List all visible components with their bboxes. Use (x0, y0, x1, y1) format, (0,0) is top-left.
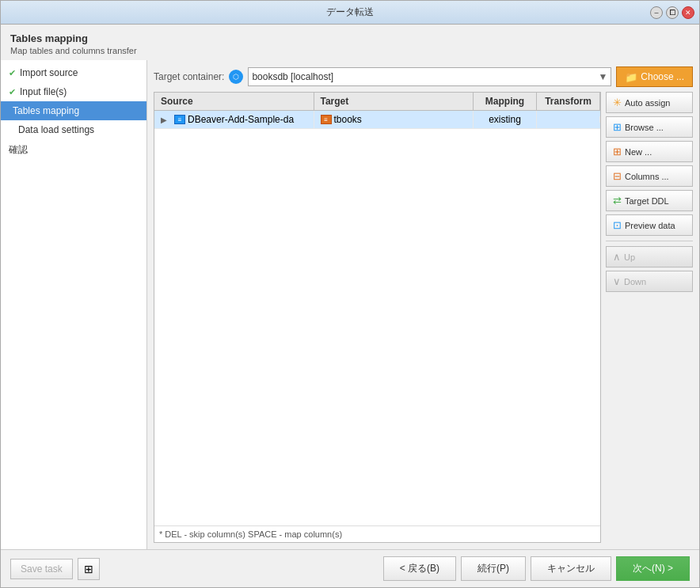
sidebar-item-input-files[interactable]: ✔ Input file(s) (1, 82, 146, 101)
minimize-button[interactable]: – (650, 6, 663, 19)
target-label: Target container: (154, 71, 224, 82)
col-header-target: Target (314, 93, 474, 110)
page-subtitle: Map tables and columns transfer (10, 46, 690, 55)
hint-text: * DEL - skip column(s) SPACE - map colum… (154, 525, 600, 542)
window-controls: – ⧠ ✕ (650, 6, 694, 19)
continue-label: 続行(P) (477, 563, 509, 574)
dropdown-arrow-icon: ▼ (598, 71, 607, 82)
sidebar-item-data-load-settings[interactable]: Data load settings (1, 120, 146, 139)
choose-label: Choose ... (641, 71, 684, 82)
star-icon: ✳ (613, 97, 622, 108)
preview-data-label: Preview data (625, 221, 675, 230)
database-icon: ⬡ (229, 70, 243, 84)
table-body: ▶ ≡ DBeaver-Add-Sample-da ≡ tbooks (154, 111, 600, 525)
browse-icon: ⊞ (613, 121, 622, 133)
table-row[interactable]: ▶ ≡ DBeaver-Add-Sample-da ≡ tbooks (154, 111, 600, 129)
check-icon: ✔ (9, 87, 16, 97)
columns-button[interactable]: ⊟ Columns ... (606, 165, 693, 187)
save-task-label: Save task (21, 563, 63, 575)
ddl-icon: ⇄ (613, 195, 622, 207)
source-table-icon: ≡ (174, 115, 185, 124)
layout-icon: ⊞ (84, 563, 93, 575)
restore-button[interactable]: ⧠ (666, 6, 679, 19)
target-bar: Target container: ⬡ booksdb [localhost] … (154, 66, 693, 87)
source-value: DBeaver-Add-Sample-da (188, 114, 294, 125)
col-header-mapping: Mapping (474, 93, 537, 110)
target-value: tbooks (334, 114, 362, 125)
bottom-right: < 戻る(B) 続行(P) キャンセル 次へ(N) > (383, 556, 690, 581)
choose-button[interactable]: 📁 Choose ... (616, 66, 693, 87)
mapping-area: Source Target Mapping Transform ▶ ≡ (154, 92, 693, 543)
up-icon: ∧ (613, 251, 621, 263)
target-select[interactable]: booksdb [localhost] ▼ (248, 67, 611, 86)
target-ddl-label: Target DDL (625, 196, 669, 206)
next-button[interactable]: 次へ(N) > (616, 556, 690, 581)
divider (606, 241, 693, 241)
browse-label: Browse ... (625, 123, 664, 132)
mapping-table-container: Source Target Mapping Transform ▶ ≡ (154, 92, 601, 543)
up-button[interactable]: ∧ Up (606, 246, 693, 267)
main-window: データ転送 – ⧠ ✕ Tables mapping Map tables an… (0, 0, 700, 588)
up-label: Up (624, 252, 635, 262)
sidebar-label: Import source (20, 67, 78, 78)
sidebar: ✔ Import source ✔ Input file(s) Tables m… (1, 60, 147, 549)
sidebar-item-import-source[interactable]: ✔ Import source (1, 63, 146, 82)
back-label: < 戻る(B) (400, 563, 439, 574)
target-table-icon: ≡ (321, 115, 332, 124)
cancel-button[interactable]: キャンセル (531, 556, 611, 581)
preview-icon: ⊡ (613, 219, 622, 231)
title-bar: データ転送 – ⧠ ✕ (1, 1, 699, 25)
main-area: ✔ Import source ✔ Input file(s) Tables m… (1, 60, 699, 549)
back-button[interactable]: < 戻る(B) (383, 556, 456, 581)
transform-cell (537, 116, 600, 123)
new-label: New ... (625, 147, 652, 157)
col-header-transform: Transform (537, 93, 600, 110)
cancel-label: キャンセル (547, 563, 595, 574)
down-button[interactable]: ∨ Down (606, 271, 693, 292)
close-button[interactable]: ✕ (682, 6, 694, 19)
expand-icon[interactable]: ▶ (161, 116, 172, 124)
columns-icon: ⊟ (613, 170, 622, 182)
browse-button[interactable]: ⊞ Browse ... (606, 116, 693, 138)
bottom-left: Save task ⊞ (10, 558, 100, 580)
check-icon: ✔ (9, 68, 16, 78)
source-cell: ▶ ≡ DBeaver-Add-Sample-da (154, 111, 314, 128)
target-ddl-button[interactable]: ⇄ Target DDL (606, 190, 693, 211)
table-header: Source Target Mapping Transform (154, 93, 600, 111)
next-label: 次へ(N) > (633, 563, 673, 574)
save-task-button[interactable]: Save task (10, 559, 73, 579)
sidebar-item-confirm[interactable]: 確認 (1, 139, 146, 161)
col-header-source: Source (154, 93, 314, 110)
target-cell: ≡ tbooks (314, 111, 474, 128)
columns-label: Columns ... (625, 172, 669, 181)
mapping-cell: existing (474, 111, 537, 128)
content-area: Tables mapping Map tables and columns tr… (1, 25, 699, 587)
target-select-value: booksdb [localhost] (252, 71, 333, 82)
page-title: Tables mapping (10, 32, 690, 44)
continue-button[interactable]: 続行(P) (461, 556, 526, 581)
buttons-panel: ✳ Auto assign ⊞ Browse ... ⊞ New ... ⊟ (606, 92, 693, 543)
sidebar-label: Tables mapping (13, 105, 79, 116)
bottom-bar: Save task ⊞ < 戻る(B) 続行(P) キャンセル 次へ(N) > (1, 549, 699, 587)
right-content: Target container: ⬡ booksdb [localhost] … (147, 60, 699, 549)
down-icon: ∨ (613, 275, 621, 287)
sidebar-label: Data load settings (18, 124, 94, 135)
down-label: Down (624, 277, 646, 286)
folder-icon: 📁 (625, 71, 637, 83)
auto-assign-button[interactable]: ✳ Auto assign (606, 92, 693, 113)
sidebar-label: Input file(s) (20, 86, 67, 97)
preview-data-button[interactable]: ⊡ Preview data (606, 214, 693, 236)
layout-icon-button[interactable]: ⊞ (78, 558, 100, 580)
header-section: Tables mapping Map tables and columns tr… (1, 25, 699, 60)
new-icon: ⊞ (613, 146, 622, 157)
sidebar-item-tables-mapping[interactable]: Tables mapping (1, 101, 146, 120)
sidebar-label: 確認 (9, 143, 28, 157)
window-title: データ転送 (326, 6, 374, 19)
auto-assign-label: Auto assign (625, 98, 670, 108)
new-button[interactable]: ⊞ New ... (606, 141, 693, 162)
